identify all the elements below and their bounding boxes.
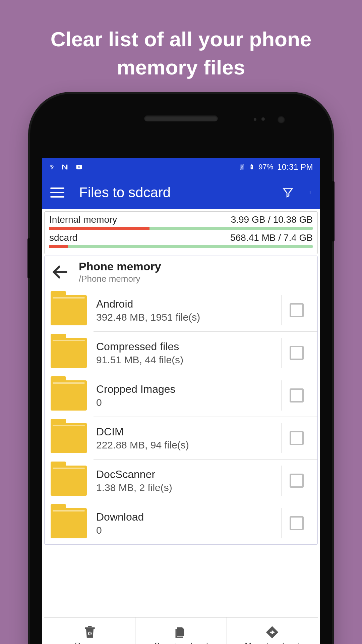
- phone-frame: 97% 10:31 PM Files to sdcard Internal me…: [30, 94, 332, 644]
- copy-label: Copy to sdcard: [154, 641, 208, 644]
- folder-icon: [51, 380, 87, 411]
- svg-point-5: [310, 192, 310, 193]
- bottom-action-bar: Remove Copy to sdcard Move to sdcard: [44, 617, 318, 644]
- filter-icon[interactable]: [282, 187, 294, 198]
- app-bar: Files to sdcard: [42, 176, 320, 209]
- power-button-side: [27, 238, 30, 278]
- select-checkbox[interactable]: [290, 474, 304, 488]
- file-row[interactable]: Compressed files91.51 MB, 44 file(s): [45, 332, 317, 374]
- storage-fill: [49, 245, 68, 248]
- select-checkbox[interactable]: [290, 516, 304, 530]
- move-button[interactable]: Move to sdcard: [227, 618, 318, 644]
- file-list[interactable]: Android392.48 MB, 1951 file(s)Compressed…: [45, 289, 317, 544]
- copy-button[interactable]: Copy to sdcard: [135, 618, 227, 644]
- battery-percent: 97%: [258, 163, 273, 171]
- file-meta: 0: [96, 397, 278, 408]
- remove-button[interactable]: Remove: [44, 618, 135, 644]
- sensor-dot: [261, 117, 265, 121]
- back-arrow-icon[interactable]: [51, 263, 69, 281]
- screen: 97% 10:31 PM Files to sdcard Internal me…: [42, 158, 320, 644]
- youtube-icon: [74, 164, 84, 170]
- file-name: DocScanner: [96, 468, 278, 481]
- file-name: Cropped Images: [96, 383, 278, 395]
- menu-button[interactable]: [50, 187, 64, 198]
- folder-icon: [51, 466, 87, 496]
- file-meta: 1.38 MB, 2 file(s): [96, 482, 278, 493]
- folder-icon: [51, 423, 87, 453]
- file-name: Download: [96, 511, 278, 523]
- storage-bar-sdcard: [49, 245, 313, 248]
- remove-label: Remove: [75, 641, 105, 644]
- file-name: Compressed files: [96, 340, 278, 353]
- file-row[interactable]: Download0: [45, 502, 317, 544]
- volume-rocker: [332, 181, 335, 241]
- promo-headline: Clear list of all your phone memory file…: [0, 0, 362, 81]
- move-label: Move to sdcard: [245, 641, 300, 644]
- sensor-dot: [254, 118, 256, 121]
- storage-usage: 568.41 MB / 7.4 GB: [230, 232, 313, 243]
- folder-icon: [51, 295, 87, 325]
- storage-label: sdcard: [49, 232, 77, 243]
- file-name: DCIM: [96, 426, 278, 438]
- usb-icon: [49, 163, 55, 171]
- sim-icon: [239, 163, 245, 171]
- svg-point-6: [310, 193, 310, 194]
- n-icon: [60, 163, 69, 171]
- file-meta: 392.48 MB, 1951 file(s): [96, 312, 278, 323]
- app-title: Files to sdcard: [79, 184, 171, 201]
- storage-row-sdcard: sdcard 568.41 MB / 7.4 GB: [49, 232, 313, 243]
- folder-icon: [51, 508, 87, 538]
- svg-rect-8: [88, 626, 92, 627]
- svg-rect-7: [85, 627, 95, 629]
- select-checkbox[interactable]: [290, 346, 304, 360]
- file-name: Android: [96, 298, 278, 310]
- file-browser: Phone memory /Phone memory Android392.48…: [44, 256, 318, 545]
- status-bar: 97% 10:31 PM: [42, 158, 320, 176]
- storage-panel: Internal memory 3.99 GB / 10.38 GB sdcar…: [44, 211, 318, 254]
- nav-title: Phone memory: [79, 260, 311, 273]
- nav-path: /Phone memory: [79, 274, 311, 284]
- svg-rect-3: [251, 164, 252, 165]
- storage-bar-internal: [49, 227, 313, 230]
- select-checkbox[interactable]: [290, 431, 304, 445]
- front-camera: [278, 116, 285, 123]
- storage-fill: [49, 227, 149, 230]
- folder-icon: [51, 338, 87, 368]
- file-row[interactable]: Cropped Images0: [45, 374, 317, 417]
- nav-header: Phone memory /Phone memory: [45, 256, 317, 286]
- file-row[interactable]: DCIM222.88 MB, 94 file(s): [45, 417, 317, 459]
- more-icon[interactable]: [308, 187, 312, 198]
- file-meta: 222.88 MB, 94 file(s): [96, 439, 278, 451]
- select-checkbox[interactable]: [290, 388, 304, 402]
- storage-row-internal: Internal memory 3.99 GB / 10.38 GB: [49, 214, 313, 225]
- storage-label: Internal memory: [49, 214, 117, 225]
- battery-icon: [249, 163, 254, 171]
- file-row[interactable]: Android392.48 MB, 1951 file(s): [45, 289, 317, 331]
- file-meta: 91.51 MB, 44 file(s): [96, 354, 278, 366]
- file-meta: 0: [96, 525, 278, 536]
- svg-point-4: [310, 191, 310, 192]
- clock: 10:31 PM: [277, 162, 313, 172]
- storage-usage: 3.99 GB / 10.38 GB: [231, 214, 313, 225]
- select-checkbox[interactable]: [290, 303, 304, 317]
- file-row[interactable]: DocScanner1.38 MB, 2 file(s): [45, 460, 317, 502]
